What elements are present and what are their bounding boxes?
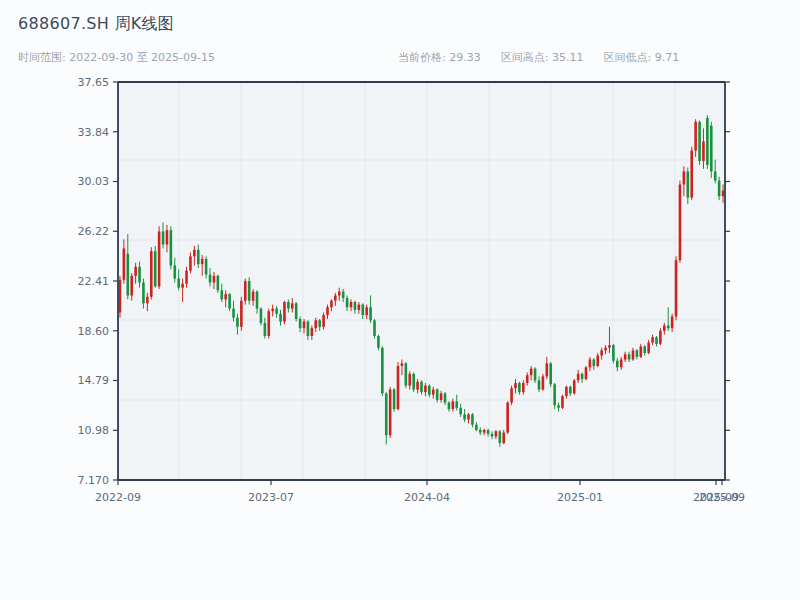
svg-text:33.84: 33.84: [78, 126, 110, 139]
range-low-stat: 区间低点: 9.71: [603, 50, 679, 65]
range-high-stat: 区间高点: 35.11: [501, 50, 584, 65]
range-low-label: 区间低点:: [603, 51, 651, 64]
svg-text:30.03: 30.03: [78, 175, 110, 188]
svg-text:2025-01: 2025-01: [557, 491, 603, 504]
current-price-value: 29.33: [449, 51, 481, 64]
svg-text:2022-09: 2022-09: [95, 491, 141, 504]
range-high-value: 35.11: [552, 51, 584, 64]
svg-text:7.170: 7.170: [78, 474, 110, 487]
range-low-value: 9.71: [655, 51, 680, 64]
svg-text:18.60: 18.60: [78, 325, 110, 338]
svg-text:37.65: 37.65: [78, 76, 110, 89]
svg-text:22.41: 22.41: [78, 275, 110, 288]
date-range-subtitle: 时间范围: 2022-09-30 至 2025-09-15: [18, 50, 215, 65]
stats-bar: 当前价格: 29.33 区间高点: 35.11 区间低点: 9.71: [398, 50, 679, 65]
kline-chart: 37.6533.8430.0326.2222.4118.6014.7910.98…: [0, 0, 800, 600]
svg-text:2024-04: 2024-04: [404, 491, 450, 504]
range-high-label: 区间高点:: [501, 51, 549, 64]
current-price-stat: 当前价格: 29.33: [398, 50, 481, 65]
svg-text:10.98: 10.98: [78, 424, 110, 437]
current-price-label: 当前价格:: [398, 51, 446, 64]
svg-text:14.79: 14.79: [78, 374, 110, 387]
kline-app-window: 37.6533.8430.0326.2222.4118.6014.7910.98…: [0, 0, 800, 600]
svg-text:2025-09: 2025-09: [699, 491, 745, 504]
svg-text:2023-07: 2023-07: [248, 491, 294, 504]
page-title: 688607.SH 周K线图: [18, 14, 174, 33]
svg-text:26.22: 26.22: [78, 225, 110, 238]
